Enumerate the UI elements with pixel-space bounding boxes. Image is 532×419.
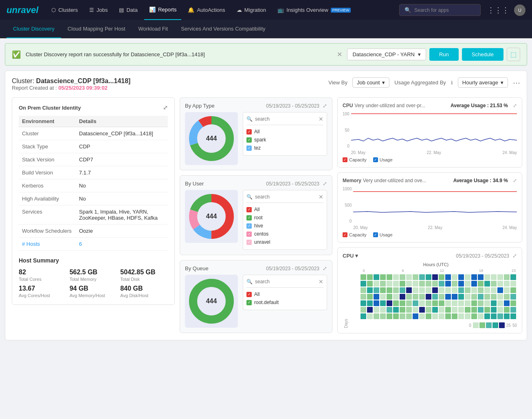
- legend-checkbox-root-default[interactable]: ✓: [246, 300, 252, 305]
- app-search-box[interactable]: 🔍 Search for apps: [399, 4, 481, 16]
- heatmap-cell: [452, 294, 457, 300]
- capacity-checkbox[interactable]: ✓: [343, 157, 347, 162]
- heatmap-cell: [400, 274, 405, 280]
- by-user-search-close-icon[interactable]: ✕: [319, 194, 323, 200]
- memory-capacity-checkbox[interactable]: ✓: [343, 232, 347, 237]
- right-panel: CPU Very under-utilized and over-pr... A…: [337, 97, 522, 333]
- legend-checkbox-root[interactable]: ✓: [246, 215, 252, 221]
- user-avatar[interactable]: U: [514, 4, 525, 16]
- nav-insights[interactable]: 📺 Insights Overview PREVIEW: [273, 0, 356, 20]
- legend-checkbox-queue-all[interactable]: ✓: [246, 292, 252, 297]
- nav-migration[interactable]: ☁ Migration: [232, 0, 271, 20]
- legend-checkbox-spark[interactable]: ✓: [246, 137, 252, 143]
- by-queue-search-icon: 🔍: [246, 279, 253, 284]
- legend-item-tez: ✓ tez: [246, 144, 323, 152]
- memory-usage-checkbox[interactable]: ✓: [373, 232, 378, 237]
- heatmap-cell: [380, 313, 386, 319]
- by-app-type-header: By App Type 05/19/2023 - 05/25/2023 ⤢: [185, 103, 327, 109]
- by-app-type-chart: 444 🔍 ✕ ✓ All: [185, 112, 327, 165]
- heatmap-cell: [465, 300, 470, 306]
- subnav-services-compat[interactable]: Services And Versions Compatibility: [174, 20, 272, 38]
- heatmap-cell: [361, 313, 366, 319]
- view-by-dropdown[interactable]: Job count ▾: [352, 77, 389, 88]
- expand-by-queue-icon[interactable]: ⤢: [323, 265, 327, 271]
- heatmap-cell: [471, 294, 477, 300]
- nav-data[interactable]: ▤ Data: [114, 0, 142, 20]
- subnav-workload-fit[interactable]: Workload Fit: [132, 20, 175, 38]
- legend-checkbox-unravel[interactable]: ✓: [246, 240, 252, 245]
- by-queue-search-close-icon[interactable]: ✕: [319, 278, 323, 285]
- legend-checkbox-user-all[interactable]: ✓: [246, 207, 252, 212]
- heatmap-cell: [484, 307, 490, 313]
- heatmap-cell: [497, 287, 503, 293]
- heatmap-cell: [452, 300, 457, 306]
- heatmap-cell: [465, 281, 470, 287]
- legend-checkbox-centos[interactable]: ✓: [246, 232, 252, 237]
- heatmap-cell: [484, 300, 490, 306]
- subnav-cluster-discovery[interactable]: Cluster Discovery: [7, 20, 61, 38]
- heatmap-cell: [497, 307, 503, 313]
- legend-checkbox-all[interactable]: ✓: [246, 129, 252, 135]
- nav-reports[interactable]: 📊 Reports: [144, 0, 182, 20]
- heatmap-cell: [413, 281, 418, 287]
- expand-icon[interactable]: ⤢: [163, 104, 168, 111]
- expand-heatmap-icon[interactable]: ⤢: [512, 253, 517, 259]
- sub-nav: Cluster Discovery Cloud Mapping Per Host…: [0, 20, 532, 38]
- svg-text:444: 444: [206, 213, 217, 220]
- by-queue-legend-search: 🔍 ✕: [246, 278, 323, 288]
- nav-jobs[interactable]: ☰ Jobs: [84, 0, 112, 20]
- legend-item-root: ✓ root: [246, 214, 323, 222]
- heatmap-cell: [406, 287, 412, 293]
- run-button[interactable]: Run: [429, 48, 459, 61]
- legend-checkbox-tez[interactable]: ✓: [246, 146, 252, 151]
- expand-memory-icon[interactable]: ⤢: [513, 178, 517, 183]
- expand-by-app-type-icon[interactable]: ⤢: [323, 103, 327, 109]
- more-options-icon[interactable]: ⋯: [513, 78, 520, 87]
- heatmap-cell: [393, 281, 399, 287]
- insights-icon: 📺: [277, 7, 284, 13]
- grid-icon[interactable]: ⋮⋮⋮: [487, 6, 509, 15]
- heatmap-cell: [491, 287, 497, 293]
- export-button[interactable]: ⬚: [507, 48, 520, 61]
- heatmap-cell: [387, 307, 392, 313]
- legend-item-unravel: ✓ unravel: [246, 238, 323, 246]
- heatmap-cell: [400, 300, 405, 306]
- usage-checkbox[interactable]: ✓: [373, 157, 378, 162]
- heatmap-cell: [510, 287, 516, 293]
- legend-search-icon: 🔍: [246, 116, 253, 122]
- heatmap-cell: [465, 313, 470, 319]
- view-controls: View By Job count ▾ Usage Aggregated By …: [328, 77, 520, 88]
- hosts-link[interactable]: # Hosts: [22, 241, 40, 247]
- cluster-select-dropdown[interactable]: Datascience_CDP - YARN ▾: [347, 49, 426, 60]
- host-grid: 82 Total Cores 562.5 GB Total Memory 504…: [19, 269, 168, 298]
- info-icon[interactable]: ℹ: [451, 80, 453, 86]
- legend-checkbox-hive[interactable]: ✓: [246, 223, 252, 229]
- cpu-chart-svg: [351, 112, 517, 148]
- heatmap-cell: [374, 300, 379, 306]
- heatmap-chevron-icon[interactable]: ▾: [355, 253, 358, 259]
- by-app-type-search-input[interactable]: [255, 116, 316, 122]
- usage-aggregated-dropdown[interactable]: Hourly average ▾: [458, 77, 508, 88]
- nav-autoactions[interactable]: 🔔 AutoActions: [183, 0, 230, 20]
- by-user-donut-svg: 444: [187, 192, 236, 241]
- expand-by-user-icon[interactable]: ⤢: [323, 181, 327, 187]
- by-app-type-legend: 🔍 ✕ ✓ All ✓ spark: [243, 112, 327, 156]
- memory-usage-card: Memory Very under-utilized and ove... Av…: [337, 172, 522, 243]
- nav-clusters[interactable]: ⬡ Clusters: [46, 0, 83, 20]
- heatmap-cell: [478, 294, 484, 300]
- hosts-count-link[interactable]: 6: [79, 241, 82, 247]
- heatmap-cell: [439, 294, 444, 300]
- by-queue-search-input[interactable]: [255, 279, 316, 284]
- schedule-button[interactable]: Schedule: [462, 48, 503, 61]
- usage-chevron-icon: ▾: [501, 79, 503, 86]
- subnav-cloud-mapping[interactable]: Cloud Mapping Per Host: [61, 20, 132, 38]
- expand-cpu-icon[interactable]: ⤢: [513, 103, 517, 108]
- heatmap-cell: [465, 287, 470, 293]
- heatmap-cell: [465, 307, 470, 313]
- heatmap-cell: [484, 313, 490, 319]
- cpu-y-axis: 100 50 0: [343, 112, 350, 148]
- alert-close-button[interactable]: ✕: [337, 51, 342, 58]
- legend-search-close-icon[interactable]: ✕: [319, 116, 323, 122]
- by-user-search-input[interactable]: [255, 194, 316, 200]
- top-nav: unravel ⬡ Clusters ☰ Jobs ▤ Data 📊 Repor…: [0, 0, 532, 20]
